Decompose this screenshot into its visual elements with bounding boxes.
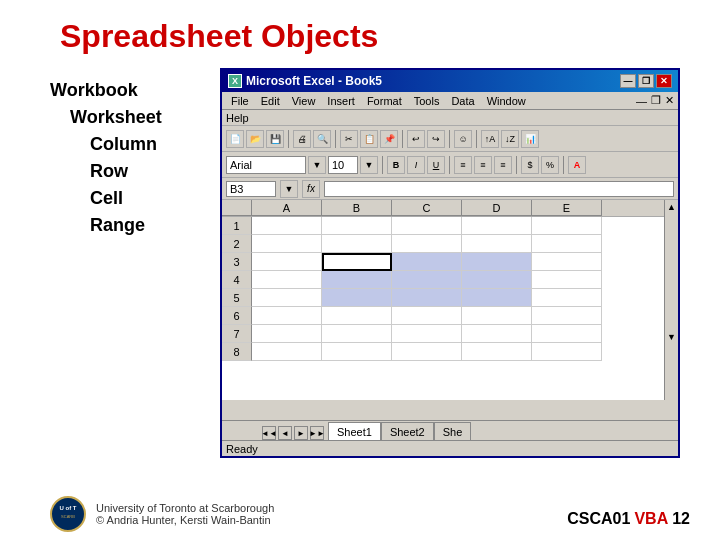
cell-B4[interactable] <box>322 271 392 289</box>
align-right-icon[interactable]: ≡ <box>494 156 512 174</box>
cell-D7[interactable] <box>462 325 532 343</box>
menu-edit[interactable]: Edit <box>256 94 285 108</box>
font-size-dropdown[interactable]: ▼ <box>360 156 378 174</box>
undo-icon[interactable]: ↩ <box>407 130 425 148</box>
formula-input[interactable] <box>324 181 674 197</box>
smiley-icon[interactable]: ☺ <box>454 130 472 148</box>
cell-B6[interactable] <box>322 307 392 325</box>
cell-E5[interactable] <box>532 289 602 307</box>
font-size-box[interactable]: 10 <box>328 156 358 174</box>
paste-icon[interactable]: 📌 <box>380 130 398 148</box>
app-minimize[interactable]: — <box>636 95 647 107</box>
cell-A2[interactable] <box>252 235 322 253</box>
cell-A7[interactable] <box>252 325 322 343</box>
cell-A1[interactable] <box>252 217 322 235</box>
percent-icon[interactable]: % <box>541 156 559 174</box>
help-label[interactable]: Help <box>226 112 249 124</box>
row-header-6[interactable]: 6 <box>222 307 252 325</box>
cell-C3[interactable] <box>392 253 462 271</box>
row-header-1[interactable]: 1 <box>222 217 252 235</box>
open-icon[interactable]: 📂 <box>246 130 264 148</box>
cell-E8[interactable] <box>532 343 602 361</box>
underline-icon[interactable]: U <box>427 156 445 174</box>
sheet-tab-3[interactable]: She <box>434 422 472 440</box>
row-header-3[interactable]: 3 <box>222 253 252 271</box>
nav-prev-btn[interactable]: ◄ <box>278 426 292 440</box>
font-name-box[interactable]: Arial <box>226 156 306 174</box>
minimize-button[interactable]: — <box>620 74 636 88</box>
copy-icon[interactable]: 📋 <box>360 130 378 148</box>
cell-B8[interactable] <box>322 343 392 361</box>
cell-A4[interactable] <box>252 271 322 289</box>
menu-view[interactable]: View <box>287 94 321 108</box>
cell-D3[interactable] <box>462 253 532 271</box>
sort-asc-icon[interactable]: ↑A <box>481 130 499 148</box>
new-icon[interactable]: 📄 <box>226 130 244 148</box>
nav-last-btn[interactable]: ►► <box>310 426 324 440</box>
scroll-down-btn[interactable]: ▼ <box>665 332 678 342</box>
col-header-B[interactable]: B <box>322 200 392 216</box>
restore-button[interactable]: ❐ <box>638 74 654 88</box>
cell-B3[interactable] <box>322 253 392 271</box>
app-restore[interactable]: ❐ <box>651 94 661 107</box>
preview-icon[interactable]: 🔍 <box>313 130 331 148</box>
align-center-icon[interactable]: ≡ <box>474 156 492 174</box>
sheet-tab-2[interactable]: Sheet2 <box>381 422 434 440</box>
menu-tools[interactable]: Tools <box>409 94 445 108</box>
cell-D1[interactable] <box>462 217 532 235</box>
formula-fx-icon[interactable]: fx <box>302 180 320 198</box>
cell-C8[interactable] <box>392 343 462 361</box>
cell-E2[interactable] <box>532 235 602 253</box>
menu-insert[interactable]: Insert <box>322 94 360 108</box>
cell-D5[interactable] <box>462 289 532 307</box>
cell-B1[interactable] <box>322 217 392 235</box>
align-left-icon[interactable]: ≡ <box>454 156 472 174</box>
menu-file[interactable]: File <box>226 94 254 108</box>
cell-D4[interactable] <box>462 271 532 289</box>
row-header-8[interactable]: 8 <box>222 343 252 361</box>
font-color-icon[interactable]: A <box>568 156 586 174</box>
font-dropdown[interactable]: ▼ <box>308 156 326 174</box>
cell-E4[interactable] <box>532 271 602 289</box>
close-button[interactable]: ✕ <box>656 74 672 88</box>
menu-window[interactable]: Window <box>482 94 531 108</box>
cell-E3[interactable] <box>532 253 602 271</box>
cell-C6[interactable] <box>392 307 462 325</box>
redo-icon[interactable]: ↪ <box>427 130 445 148</box>
cell-D8[interactable] <box>462 343 532 361</box>
italic-icon[interactable]: I <box>407 156 425 174</box>
row-header-7[interactable]: 7 <box>222 325 252 343</box>
col-header-D[interactable]: D <box>462 200 532 216</box>
cell-C5[interactable] <box>392 289 462 307</box>
cell-A5[interactable] <box>252 289 322 307</box>
col-header-A[interactable]: A <box>252 200 322 216</box>
cell-A3[interactable] <box>252 253 322 271</box>
cell-B7[interactable] <box>322 325 392 343</box>
nav-next-btn[interactable]: ► <box>294 426 308 440</box>
cell-C4[interactable] <box>392 271 462 289</box>
cell-D6[interactable] <box>462 307 532 325</box>
cell-D2[interactable] <box>462 235 532 253</box>
cell-E6[interactable] <box>532 307 602 325</box>
cell-B2[interactable] <box>322 235 392 253</box>
cell-C1[interactable] <box>392 217 462 235</box>
row-header-4[interactable]: 4 <box>222 271 252 289</box>
cell-A6[interactable] <box>252 307 322 325</box>
vertical-scrollbar[interactable]: ▲ ▼ <box>664 200 678 400</box>
cell-C7[interactable] <box>392 325 462 343</box>
cell-B5[interactable] <box>322 289 392 307</box>
sort-desc-icon[interactable]: ↓Z <box>501 130 519 148</box>
cell-A8[interactable] <box>252 343 322 361</box>
bold-icon[interactable]: B <box>387 156 405 174</box>
app-close[interactable]: ✕ <box>665 94 674 107</box>
print-icon[interactable]: 🖨 <box>293 130 311 148</box>
save-icon[interactable]: 💾 <box>266 130 284 148</box>
scroll-up-btn[interactable]: ▲ <box>665 200 678 212</box>
cell-ref-box[interactable]: B3 <box>226 181 276 197</box>
currency-icon[interactable]: $ <box>521 156 539 174</box>
cell-ref-dropdown[interactable]: ▼ <box>280 180 298 198</box>
col-header-C[interactable]: C <box>392 200 462 216</box>
menu-format[interactable]: Format <box>362 94 407 108</box>
row-header-2[interactable]: 2 <box>222 235 252 253</box>
cell-E7[interactable] <box>532 325 602 343</box>
